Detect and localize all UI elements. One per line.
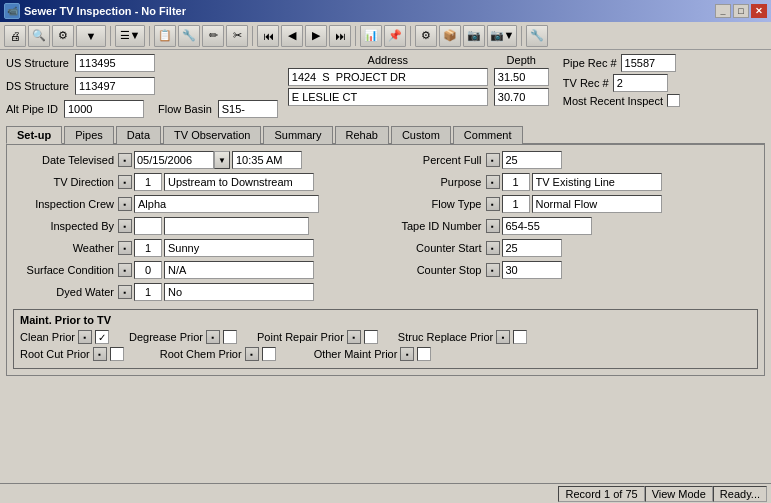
close-button[interactable]: ✕	[751, 4, 767, 18]
date-indicator[interactable]: ▪	[118, 153, 132, 167]
date-input[interactable]	[134, 151, 214, 169]
depth2-input[interactable]	[494, 88, 549, 106]
tab-data[interactable]: Data	[116, 126, 161, 144]
dyed-water-code[interactable]	[134, 283, 162, 301]
dyed-water-desc[interactable]	[164, 283, 314, 301]
purpose-desc[interactable]	[532, 173, 662, 191]
flow-type-desc[interactable]	[532, 195, 662, 213]
tool-pin[interactable]: 📌	[384, 25, 406, 47]
weather-desc[interactable]	[164, 239, 314, 257]
dyed-water-value: ▪	[118, 283, 314, 301]
degrease-prior-indicator[interactable]: ▪	[206, 330, 220, 344]
point-repair-prior-item: Point Repair Prior ▪	[257, 330, 378, 344]
point-repair-prior-indicator[interactable]: ▪	[347, 330, 361, 344]
purpose-row: Purpose ▪	[391, 173, 759, 191]
tv-direction-desc[interactable]	[164, 173, 314, 191]
flow-basin-input[interactable]	[218, 100, 278, 118]
percent-full-input[interactable]	[502, 151, 562, 169]
date-televised-value: ▪ ▼	[118, 151, 302, 169]
tool-clipboard[interactable]: 📋	[154, 25, 176, 47]
address1-input[interactable]	[288, 68, 488, 86]
tab-setup[interactable]: Set-up	[6, 126, 62, 144]
point-repair-prior-checkbox[interactable]	[364, 330, 378, 344]
surface-condition-desc[interactable]	[164, 261, 314, 279]
tool-next[interactable]: ▶	[305, 25, 327, 47]
struc-replace-prior-indicator[interactable]: ▪	[496, 330, 510, 344]
tab-rehab[interactable]: Rehab	[335, 126, 389, 144]
inspection-crew-indicator[interactable]: ▪	[118, 197, 132, 211]
purpose-code[interactable]	[502, 173, 530, 191]
flow-type-code[interactable]	[502, 195, 530, 213]
root-chem-prior-checkbox[interactable]	[262, 347, 276, 361]
purpose-indicator[interactable]: ▪	[486, 175, 500, 189]
tool-camera1[interactable]: 📷	[463, 25, 485, 47]
tool-cut[interactable]: ✂	[226, 25, 248, 47]
root-cut-prior-checkbox[interactable]	[110, 347, 124, 361]
minimize-button[interactable]: _	[715, 4, 731, 18]
tv-rec-input[interactable]	[613, 74, 668, 92]
tool-wrench[interactable]: 🔧	[178, 25, 200, 47]
tool-search[interactable]: 🔍	[28, 25, 50, 47]
tv-direction-indicator[interactable]: ▪	[118, 175, 132, 189]
surface-condition-code[interactable]	[134, 261, 162, 279]
tab-summary[interactable]: Summary	[263, 126, 332, 144]
surface-condition-indicator[interactable]: ▪	[118, 263, 132, 277]
tool-chart[interactable]: 📊	[360, 25, 382, 47]
tape-id-indicator[interactable]: ▪	[486, 219, 500, 233]
tool-grid[interactable]: ⚙	[415, 25, 437, 47]
weather-code[interactable]	[134, 239, 162, 257]
counter-stop-indicator[interactable]: ▪	[486, 263, 500, 277]
address2-input[interactable]	[288, 88, 488, 106]
us-structure-input[interactable]	[75, 54, 155, 72]
clean-prior-checkbox[interactable]: ✓	[95, 330, 109, 344]
tab-pipes[interactable]: Pipes	[64, 126, 114, 144]
other-maint-prior-checkbox[interactable]	[417, 347, 431, 361]
weather-indicator[interactable]: ▪	[118, 241, 132, 255]
tool-dropdown1[interactable]: ▼	[76, 25, 106, 47]
inspected-by-code[interactable]	[134, 217, 162, 235]
depth1-input[interactable]	[494, 68, 549, 86]
tv-direction-code[interactable]	[134, 173, 162, 191]
counter-start-indicator[interactable]: ▪	[486, 241, 500, 255]
maximize-button[interactable]: □	[733, 4, 749, 18]
tool-grid2[interactable]: 📦	[439, 25, 461, 47]
inspected-by-desc[interactable]	[164, 217, 309, 235]
tab-comment[interactable]: Comment	[453, 126, 523, 144]
surface-condition-label: Surface Condition	[13, 264, 118, 276]
counter-start-value: ▪	[486, 239, 562, 257]
tool-camera2[interactable]: 📷▼	[487, 25, 517, 47]
tool-edit[interactable]: ✏	[202, 25, 224, 47]
ds-structure-input[interactable]	[75, 77, 155, 95]
percent-full-indicator[interactable]: ▪	[486, 153, 500, 167]
tape-id-input[interactable]	[502, 217, 592, 235]
flow-type-indicator[interactable]: ▪	[486, 197, 500, 211]
other-maint-prior-indicator[interactable]: ▪	[400, 347, 414, 361]
counter-start-label: Counter Start	[391, 242, 486, 254]
root-chem-prior-indicator[interactable]: ▪	[245, 347, 259, 361]
tool-config[interactable]: 🔧	[526, 25, 548, 47]
struc-replace-prior-checkbox[interactable]	[513, 330, 527, 344]
tool-settings[interactable]: ⚙	[52, 25, 74, 47]
counter-stop-input[interactable]	[502, 261, 562, 279]
tab-custom[interactable]: Custom	[391, 126, 451, 144]
tool-print[interactable]: 🖨	[4, 25, 26, 47]
tab-tv-observation[interactable]: TV Observation	[163, 126, 261, 144]
tool-next-next[interactable]: ⏭	[329, 25, 351, 47]
most-recent-checkbox[interactable]	[667, 94, 680, 107]
date-dropdown[interactable]: ▼	[214, 151, 230, 169]
counter-start-input[interactable]	[502, 239, 562, 257]
tool-prev-prev[interactable]: ⏮	[257, 25, 279, 47]
time-input[interactable]	[232, 151, 302, 169]
inspected-by-indicator[interactable]: ▪	[118, 219, 132, 233]
root-cut-prior-indicator[interactable]: ▪	[93, 347, 107, 361]
pipe-rec-input[interactable]	[621, 54, 676, 72]
us-structure-label: US Structure	[6, 57, 69, 69]
ds-structure-row: DS Structure	[6, 77, 278, 95]
degrease-prior-checkbox[interactable]	[223, 330, 237, 344]
alt-pipe-id-input[interactable]	[64, 100, 144, 118]
tool-list[interactable]: ☰▼	[115, 25, 145, 47]
inspection-crew-desc[interactable]	[134, 195, 319, 213]
dyed-water-indicator[interactable]: ▪	[118, 285, 132, 299]
clean-prior-indicator[interactable]: ▪	[78, 330, 92, 344]
tool-prev[interactable]: ◀	[281, 25, 303, 47]
